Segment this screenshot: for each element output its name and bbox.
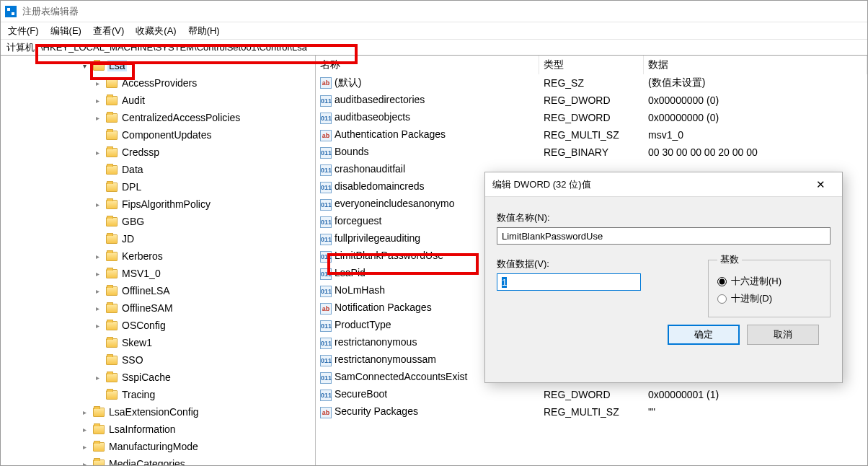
tree-item-osconfig[interactable]: OSConfig (1, 317, 315, 334)
tree-label: FipsAlgorithmPolicy (120, 198, 212, 210)
tree-item-audit[interactable]: Audit (1, 92, 315, 109)
tree-item-lsainformation[interactable]: LsaInformation (1, 421, 315, 438)
value-type: REG_SZ (539, 77, 644, 89)
menu-fav[interactable]: 收藏夹(A) (136, 25, 176, 38)
tree-item-tracing[interactable]: Tracing (1, 386, 315, 403)
tree-item-skew1[interactable]: Skew1 (1, 334, 315, 351)
tree-item-dpl[interactable]: DPL (1, 178, 315, 195)
tree-label: Lsa (107, 60, 127, 71)
folder-icon (106, 165, 118, 175)
col-header-name[interactable]: 名称 (316, 56, 539, 74)
folder-icon (106, 113, 118, 123)
tree-label: Kerberos (120, 250, 164, 262)
expander-icon[interactable] (79, 443, 90, 451)
expander-icon[interactable] (92, 97, 103, 105)
dword-value-icon: 011 (320, 320, 332, 332)
tree-item-msv1_0[interactable]: MSV1_0 (1, 265, 315, 282)
tree-item-lsaextensionconfig[interactable]: LsaExtensionConfig (1, 403, 315, 421)
value-type: REG_DWORD (539, 94, 644, 106)
col-header-data[interactable]: 数据 (644, 56, 867, 74)
value-name: crashonauditfail (335, 163, 405, 175)
tree-item-mediacategories[interactable]: MediaCategories (1, 455, 315, 465)
list-row[interactable]: abAuthentication PackagesREG_MULTI_SZmsv… (316, 126, 867, 144)
tree-item-componentupdates[interactable]: ComponentUpdates (1, 126, 315, 144)
dword-value-icon: 011 (320, 95, 332, 107)
expander-icon[interactable] (92, 149, 103, 157)
tree-label: Skew1 (120, 337, 154, 348)
list-row[interactable]: 011SecureBootREG_DWORD0x00000001 (1) (316, 386, 867, 403)
value-data: 0x00000000 (0) (644, 112, 867, 123)
tree-item-accessproviders[interactable]: AccessProviders (1, 74, 315, 92)
radix-dec[interactable] (717, 294, 727, 304)
menu-edit[interactable]: 编辑(E) (50, 25, 81, 38)
tree-label: ComponentUpdates (120, 129, 213, 141)
radix-dec-label: 十进制(D) (731, 292, 772, 305)
dword-value-icon: 011 (320, 286, 332, 297)
cancel-button[interactable]: 取消 (747, 325, 819, 345)
expander-icon[interactable] (79, 426, 90, 434)
value-name-field[interactable] (497, 227, 831, 245)
value-data: 00 30 00 00 00 20 00 00 (644, 146, 867, 158)
folder-icon (106, 373, 118, 382)
value-data: 0x00000001 (1) (644, 389, 867, 400)
tree-item-lsa[interactable]: Lsa (1, 57, 315, 74)
expander-icon[interactable] (92, 287, 103, 295)
tree-item-kerberos[interactable]: Kerberos (1, 247, 315, 265)
value-data-field[interactable] (497, 273, 641, 291)
radix-hex[interactable] (717, 277, 727, 286)
expander-icon[interactable] (92, 270, 103, 278)
expander-icon[interactable] (92, 201, 103, 208)
tree-item-fipsalgorithmpolicy[interactable]: FipsAlgorithmPolicy (1, 195, 315, 213)
expander-icon[interactable] (92, 304, 103, 312)
tree-item-offlinelsa[interactable]: OfflineLSA (1, 282, 315, 299)
value-data: 0x00000000 (0) (644, 94, 867, 106)
regedit-icon (5, 6, 17, 17)
menu-help[interactable]: 帮助(H) (188, 25, 220, 38)
tree-item-offlinesam[interactable]: OfflineSAM (1, 299, 315, 317)
tree-item-sso[interactable]: SSO (1, 351, 315, 369)
tree-label: DPL (120, 181, 143, 193)
tree-item-data[interactable]: Data (1, 161, 315, 178)
string-value-icon: ab (320, 407, 332, 418)
expander-icon[interactable] (79, 460, 90, 466)
expander-icon[interactable] (92, 374, 103, 382)
list-row[interactable]: 011auditbasedirectoriesREG_DWORD0x000000… (316, 92, 867, 109)
tree-item-centralizedaccesspolicies[interactable]: CentralizedAccessPolicies (1, 109, 315, 126)
tree-item-sspicache[interactable]: SspiCache (1, 369, 315, 386)
list-row[interactable]: 011auditbaseobjectsREG_DWORD0x00000000 (… (316, 109, 867, 126)
list-row[interactable]: ab(默认)REG_SZ(数值未设置) (316, 74, 867, 92)
value-name: auditbasedirectories (335, 94, 425, 105)
tree-item-manufacturingmode[interactable]: ManufacturingMode (1, 438, 315, 455)
tree-item-credssp[interactable]: Credssp (1, 144, 315, 161)
titlebar: 注册表编辑器 (1, 1, 867, 22)
value-type: REG_MULTI_SZ (539, 129, 644, 141)
folder-icon (106, 356, 118, 365)
menu-view[interactable]: 查看(V) (93, 25, 124, 38)
expander-icon[interactable] (79, 408, 90, 416)
value-data: "" (644, 406, 867, 418)
expander-icon[interactable] (92, 79, 103, 87)
tree-label: AccessProviders (120, 77, 198, 89)
tree-pane[interactable]: LsaAccessProvidersAuditCentralizedAccess… (1, 56, 316, 465)
expander-icon[interactable] (92, 322, 103, 330)
dialog-title: 编辑 DWORD (32 位)值 (492, 178, 806, 191)
value-type: REG_DWORD (539, 389, 644, 400)
list-row[interactable]: abSecurity PackagesREG_MULTI_SZ"" (316, 403, 867, 421)
list-row[interactable]: 011BoundsREG_BINARY00 30 00 00 00 20 00 … (316, 144, 867, 161)
addressbar-path[interactable]: \HKEY_LOCAL_MACHINE\SYSTEM\ControlSet001… (37, 42, 867, 53)
folder-icon (106, 217, 118, 227)
expander-icon[interactable] (92, 114, 103, 122)
menu-file[interactable]: 文件(F) (8, 25, 39, 38)
col-header-type[interactable]: 类型 (539, 56, 644, 74)
close-icon[interactable]: ✕ (806, 178, 835, 191)
tree-item-jd[interactable]: JD (1, 230, 315, 247)
expander-icon[interactable] (92, 252, 103, 260)
list-header: 名称 类型 数据 (316, 56, 867, 74)
tree-item-gbg[interactable]: GBG (1, 213, 315, 230)
string-value-icon: ab (320, 303, 332, 315)
value-name: restrictanonymous (335, 336, 417, 348)
ok-button[interactable]: 确定 (668, 325, 740, 345)
value-name: fullprivilegeauditing (335, 232, 420, 244)
expander-icon[interactable] (79, 62, 90, 70)
tree-label: SSO (120, 354, 145, 366)
